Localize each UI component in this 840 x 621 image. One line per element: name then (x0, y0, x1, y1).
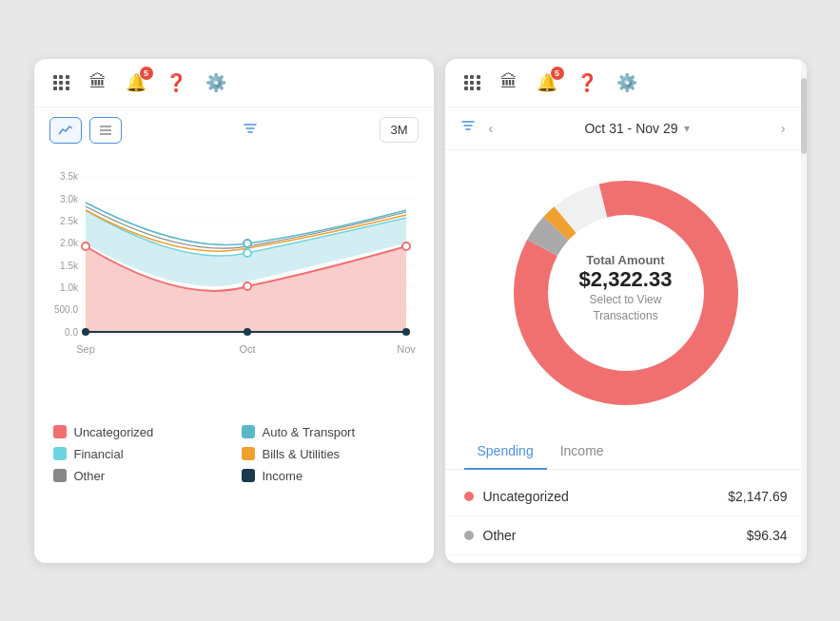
spending-income-tabs: Spending Income (445, 434, 807, 470)
date-range-display: Oct 31 - Nov 29 ▾ (506, 121, 768, 136)
legend-bills: Bills & Utilities (242, 447, 415, 461)
svg-point-21 (244, 249, 251, 257)
settings-icon-left[interactable]: ⚙️ (205, 72, 226, 93)
select-transactions-text: Select to ViewTransactions (579, 291, 673, 323)
left-toolbar: 3M (34, 107, 434, 153)
prev-date-button[interactable]: ‹ (483, 117, 499, 140)
date-navigation: ‹ Oct 31 - Nov 29 ▾ › (445, 107, 807, 150)
tx-name-other: Other (483, 528, 737, 543)
left-panel: 🏛 🔔 5 ❓ ⚙️ (34, 59, 434, 563)
next-date-button[interactable]: › (775, 117, 791, 140)
scrollbar-thumb[interactable] (801, 78, 807, 154)
legend-auto-transport: Auto & Transport (242, 425, 415, 439)
grid-icon-left[interactable] (53, 75, 70, 90)
app-container: 🏛 🔔 5 ❓ ⚙️ (15, 40, 826, 582)
bell-badge-right: 5 (551, 67, 564, 80)
svg-point-20 (244, 282, 251, 290)
bell-badge-left: 5 (140, 67, 153, 80)
help-icon-left[interactable]: ❓ (166, 72, 186, 93)
tab-income[interactable]: Income (547, 434, 617, 470)
svg-point-25 (244, 328, 251, 336)
legend-dot-financial (53, 447, 67, 460)
legend-label-other: Other (74, 469, 106, 483)
chart-view-button[interactable] (49, 117, 82, 144)
bank-icon-left[interactable]: 🏛 (89, 72, 107, 92)
period-button[interactable]: 3M (380, 117, 418, 143)
legend-other: Other (53, 469, 226, 483)
tx-amount-other: $96.34 (747, 528, 788, 543)
chart-svg: 3.5k 3.0k 2.5k 2.0k 1.5k 1.0k 500.0 0.0 (49, 163, 419, 372)
svg-point-23 (402, 243, 410, 250)
bell-icon-right[interactable]: 🔔 5 (537, 72, 557, 93)
tx-amount-uncategorized: $2,147.69 (728, 489, 787, 504)
transaction-list: Uncategorized $2,147.69 Other $96.34 (445, 470, 807, 563)
legend-dot-bills (242, 447, 255, 460)
tab-spending[interactable]: Spending (464, 434, 547, 470)
donut-center-text: Total Amount $2,322.33 Select to ViewTra… (579, 252, 673, 323)
right-topnav: 🏛 🔔 5 ❓ ⚙️ (445, 59, 807, 107)
legend-label-auto: Auto & Transport (263, 425, 356, 439)
legend-uncategorized: Uncategorized (53, 425, 226, 439)
legend-label-uncategorized: Uncategorized (74, 425, 154, 439)
settings-icon-right[interactable]: ⚙️ (616, 72, 637, 93)
legend-dot-uncategorized (53, 425, 67, 438)
spending-chart: 3.5k 3.0k 2.5k 2.0k 1.5k 1.0k 500.0 0.0 (34, 153, 434, 410)
svg-point-22 (244, 240, 251, 247)
svg-point-26 (402, 328, 410, 336)
left-topnav: 🏛 🔔 5 ❓ ⚙️ (34, 59, 434, 107)
help-icon-right[interactable]: ❓ (576, 72, 597, 93)
legend-income: Income (242, 469, 415, 483)
svg-text:1.5k: 1.5k (60, 261, 79, 271)
bank-icon-right[interactable]: 🏛 (500, 72, 518, 92)
legend-financial: Financial (53, 447, 226, 461)
legend-dot-auto (242, 425, 255, 438)
date-dropdown-icon[interactable]: ▾ (684, 122, 690, 135)
bell-icon-left[interactable]: 🔔 5 (126, 72, 147, 93)
filter-icon-right[interactable] (460, 118, 476, 138)
svg-text:1.0k: 1.0k (60, 282, 79, 293)
svg-point-24 (82, 328, 89, 336)
legend-label-income: Income (263, 469, 303, 483)
svg-text:500.0: 500.0 (53, 304, 77, 315)
svg-text:0.0: 0.0 (65, 327, 78, 338)
total-amount-label: Total Amount (579, 252, 673, 266)
tx-name-uncategorized: Uncategorized (483, 489, 719, 504)
svg-point-19 (82, 243, 89, 250)
date-range-text: Oct 31 - Nov 29 (584, 121, 677, 136)
svg-text:3.0k: 3.0k (60, 194, 79, 204)
chart-legend: Uncategorized Auto & Transport Financial… (34, 410, 434, 502)
legend-dot-income (242, 469, 255, 482)
list-view-button[interactable] (89, 117, 122, 144)
tx-dot-uncategorized (464, 492, 474, 501)
svg-text:Oct: Oct (239, 343, 255, 355)
filter-icon-left[interactable] (243, 121, 258, 140)
svg-text:Nov: Nov (397, 343, 416, 355)
legend-dot-other (53, 469, 67, 482)
tx-item-uncategorized[interactable]: Uncategorized $2,147.69 (445, 477, 807, 516)
donut-chart-area: Total Amount $2,322.33 Select to ViewTra… (445, 150, 807, 426)
legend-label-bills: Bills & Utilities (263, 447, 341, 461)
svg-text:2.5k: 2.5k (60, 216, 79, 226)
tx-dot-other (464, 531, 474, 540)
right-panel: 🏛 🔔 5 ❓ ⚙️ ‹ Oct 31 - Nov 29 ▾ › (445, 59, 807, 563)
legend-label-financial: Financial (74, 447, 124, 461)
svg-text:Sep: Sep (76, 343, 95, 355)
tx-item-other[interactable]: Other $96.34 (445, 516, 807, 555)
svg-text:3.5k: 3.5k (60, 171, 79, 182)
total-amount-value: $2,322.33 (579, 266, 673, 291)
svg-text:2.0k: 2.0k (60, 238, 79, 248)
grid-icon-right[interactable] (464, 75, 481, 90)
